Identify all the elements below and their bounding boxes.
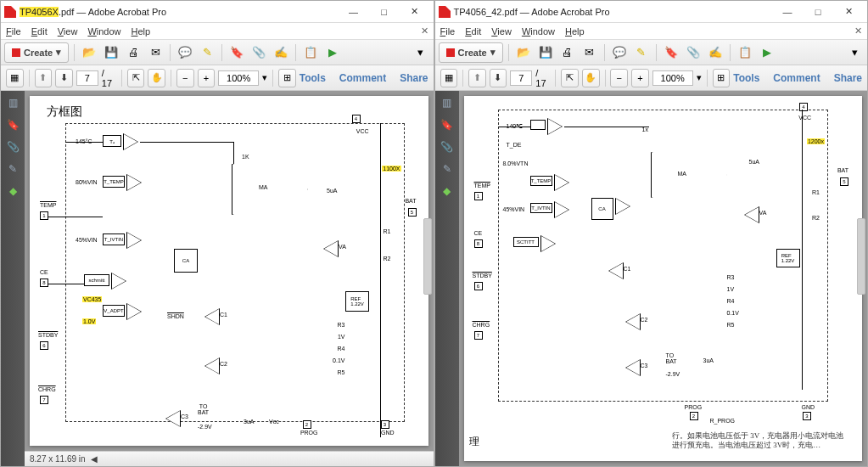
zoom-input[interactable] <box>218 70 259 86</box>
pin-temp: TEMP <box>474 183 490 188</box>
attach-icon[interactable]: 📎 <box>249 43 268 62</box>
thumbnails-icon[interactable]: ▦ <box>440 69 458 87</box>
hand-tool-icon[interactable]: ✋ <box>148 69 165 87</box>
vertical-scrollbar[interactable] <box>423 218 432 295</box>
page-up-button[interactable]: ⬆ <box>468 69 486 87</box>
share-link[interactable]: Share <box>400 72 428 84</box>
pin-gnd: GND <box>801 404 815 410</box>
thumbnails-panel-icon[interactable]: ▥ <box>6 96 20 110</box>
print-icon[interactable]: 🖨 <box>124 43 143 62</box>
highlight-icon[interactable]: ✎ <box>632 43 651 62</box>
page-up-button[interactable]: ⬆ <box>35 69 53 87</box>
stamp-icon[interactable]: 🔖 <box>227 43 246 62</box>
tools-toggle-icon[interactable]: ⊞ <box>713 69 731 87</box>
signatures-panel-icon[interactable]: ✎ <box>440 162 454 176</box>
open-icon[interactable]: 📂 <box>514 43 533 62</box>
thumbnails-icon[interactable]: ▦ <box>6 69 24 87</box>
page-down-button[interactable]: ⬇ <box>55 69 73 87</box>
select-tool-icon[interactable]: ⇱ <box>561 69 579 87</box>
form-icon[interactable]: 📋 <box>301 43 320 62</box>
zoom-input[interactable] <box>652 70 693 86</box>
maximize-button[interactable]: □ <box>369 3 400 21</box>
vertical-scrollbar[interactable] <box>857 218 865 295</box>
print-icon[interactable]: 🖨 <box>558 43 577 62</box>
menu-window[interactable]: Window <box>522 26 555 37</box>
highlight-icon[interactable]: ✎ <box>198 43 216 62</box>
zoom-out-button[interactable]: − <box>176 69 194 87</box>
document-view[interactable]: 方框图 TEMP 1 CE 8 STDBY 6 CHRG 7 VCC 4 BAT… <box>25 91 434 466</box>
chevron-down-icon[interactable]: ▾ <box>697 72 702 83</box>
save-icon[interactable]: 💾 <box>536 43 555 62</box>
attachments-panel-icon[interactable]: 📎 <box>6 140 20 154</box>
comment-link[interactable]: Comment <box>773 72 820 84</box>
sign-icon[interactable]: ✍ <box>706 43 725 62</box>
toolbar-nav: ▦ ⬆ ⬇ / 17 ⇱ ✋ − + ▾ ⊞ Tools Comment Sha… <box>1 65 434 91</box>
layers-panel-icon[interactable]: ◆ <box>6 184 20 198</box>
tools-toggle-icon[interactable]: ⊞ <box>278 69 296 87</box>
doc-close-icon[interactable]: ✕ <box>421 25 428 37</box>
doc-close-icon[interactable]: ✕ <box>854 25 862 37</box>
page-size: 8.27 x 11.69 in <box>30 454 86 464</box>
close-button[interactable]: ✕ <box>400 3 430 21</box>
page-input[interactable] <box>76 70 98 86</box>
titlebar[interactable]: TP4056_42.pdf — Adobe Acrobat Pro — □ ✕ <box>435 1 868 23</box>
select-tool-icon[interactable]: ⇱ <box>127 69 145 87</box>
minimize-button[interactable]: — <box>772 3 803 21</box>
menu-file[interactable]: File <box>6 26 21 37</box>
media-icon[interactable]: ▶ <box>323 43 342 62</box>
mail-icon[interactable]: ✉ <box>146 43 165 62</box>
signatures-panel-icon[interactable]: ✎ <box>6 162 20 176</box>
document-view[interactable]: TEMP 1 CE 8 STDBY 6 CHRG 7 4 VCC BAT 5 P… <box>459 91 868 466</box>
menu-view[interactable]: View <box>58 26 78 37</box>
save-icon[interactable]: 💾 <box>102 43 120 62</box>
window-controls: — □ ✕ <box>772 3 864 21</box>
thumbnails-panel-icon[interactable]: ▥ <box>440 96 454 110</box>
page-total: / 17 <box>102 68 116 88</box>
media-icon[interactable]: ▶ <box>758 43 776 62</box>
note-icon[interactable]: 💬 <box>610 43 629 62</box>
circuit-diagram: TEMP 1 CE 8 STDBY 6 CHRG 7 4 VCC BAT 5 P… <box>473 104 854 453</box>
zoom-out-button[interactable]: − <box>610 69 628 87</box>
menu-edit[interactable]: Edit <box>465 26 481 37</box>
label-mosfet-x: 1200x <box>807 138 825 144</box>
close-button[interactable]: ✕ <box>833 3 864 21</box>
window-title: TP4056_42.pdf — Adobe Acrobat Pro <box>454 7 610 17</box>
comment-link[interactable]: Comment <box>339 72 386 84</box>
customize-icon[interactable]: ▾ <box>845 43 864 62</box>
customize-icon[interactable]: ▾ <box>412 43 430 62</box>
stamp-icon[interactable]: 🔖 <box>662 43 680 62</box>
menu-file[interactable]: File <box>440 26 456 37</box>
share-link[interactable]: Share <box>834 72 862 84</box>
tools-link[interactable]: Tools <box>733 72 759 84</box>
menu-help[interactable]: Help <box>132 26 151 37</box>
menu-view[interactable]: View <box>491 26 512 37</box>
form-icon[interactable]: 📋 <box>736 43 754 62</box>
bookmarks-panel-icon[interactable]: 🔖 <box>6 118 20 132</box>
create-button[interactable]: Create ▾ <box>4 42 69 63</box>
menu-edit[interactable]: Edit <box>31 26 48 37</box>
open-icon[interactable]: 📂 <box>80 43 98 62</box>
tools-link[interactable]: Tools <box>300 72 326 84</box>
titlebar[interactable]: TP4056X.pdf — Adobe Acrobat Pro — □ ✕ <box>1 1 434 23</box>
create-button[interactable]: Create ▾ <box>439 42 503 63</box>
layers-panel-icon[interactable]: ◆ <box>440 184 454 198</box>
chevron-down-icon[interactable]: ▾ <box>262 72 267 83</box>
page-down-button[interactable]: ⬇ <box>490 69 507 87</box>
maximize-button[interactable]: □ <box>803 3 833 21</box>
page-input[interactable] <box>510 70 532 86</box>
zoom-in-button[interactable]: + <box>198 69 216 87</box>
attachments-panel-icon[interactable]: 📎 <box>440 140 454 154</box>
chevron-left-icon[interactable]: ◀ <box>91 454 98 464</box>
hand-tool-icon[interactable]: ✋ <box>582 69 600 87</box>
attach-icon[interactable]: 📎 <box>684 43 703 62</box>
note-icon[interactable]: 💬 <box>176 43 194 62</box>
window-title: TP4056X.pdf — Adobe Acrobat Pro <box>20 7 166 17</box>
toolbar-primary: Create ▾ 📂 💾 🖨 ✉ 💬 ✎ 🔖 📎 ✍ 📋 ▶ ▾ <box>435 40 868 65</box>
menu-help[interactable]: Help <box>565 26 585 37</box>
bookmarks-panel-icon[interactable]: 🔖 <box>440 118 454 132</box>
sign-icon[interactable]: ✍ <box>272 43 290 62</box>
menu-window[interactable]: Window <box>87 26 120 37</box>
minimize-button[interactable]: — <box>339 3 369 21</box>
mail-icon[interactable]: ✉ <box>580 43 599 62</box>
zoom-in-button[interactable]: + <box>631 69 649 87</box>
